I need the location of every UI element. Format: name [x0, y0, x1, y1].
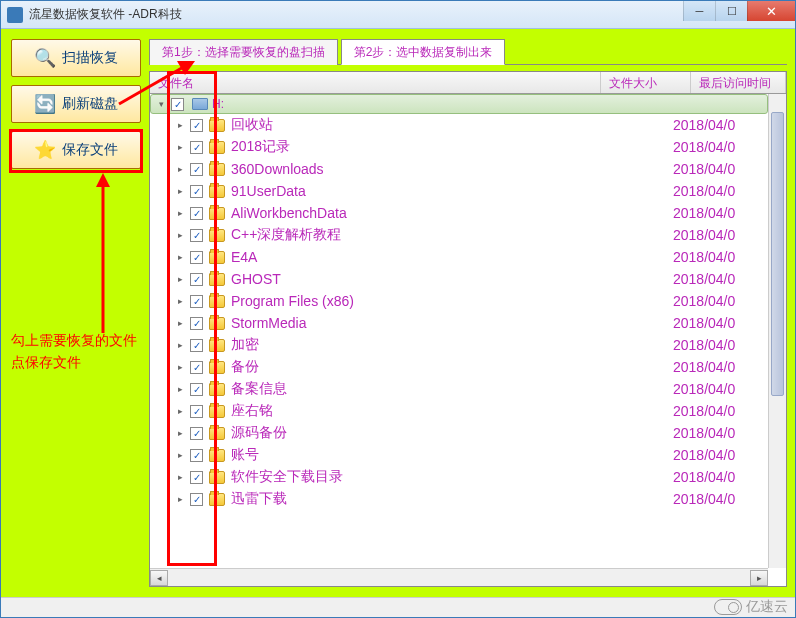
folder-row[interactable]: ▸✓2018记录2018/04/0 [150, 136, 768, 158]
folder-checkbox[interactable]: ✓ [190, 207, 203, 220]
file-tree[interactable]: ▾ ✓ H: ▸✓回收站2018/04/0▸✓2018记录2018/04/0▸✓… [150, 94, 768, 568]
folder-checkbox[interactable]: ✓ [190, 449, 203, 462]
folder-icon [209, 207, 225, 220]
scroll-right-icon[interactable]: ▸ [750, 570, 768, 586]
folder-name: AliWorkbenchData [231, 205, 583, 221]
drive-row[interactable]: ▾ ✓ H: [150, 94, 768, 114]
folder-row[interactable]: ▸✓360Downloads2018/04/0 [150, 158, 768, 180]
refresh-button[interactable]: 🔄 刷新磁盘 [11, 85, 141, 123]
scan-button[interactable]: 🔍 扫描恢复 [11, 39, 141, 77]
folder-row[interactable]: ▸✓C++深度解析教程2018/04/0 [150, 224, 768, 246]
window-title: 流星数据恢复软件 -ADR科技 [29, 6, 182, 23]
folder-row[interactable]: ▸✓GHOST2018/04/0 [150, 268, 768, 290]
folder-date: 2018/04/0 [673, 139, 768, 155]
expand-icon[interactable]: ▸ [174, 163, 186, 175]
drive-checkbox[interactable]: ✓ [171, 98, 184, 111]
col-filesize[interactable]: 文件大小 [601, 72, 691, 93]
expand-icon[interactable]: ▸ [174, 405, 186, 417]
folder-name: E4A [231, 249, 583, 265]
folder-checkbox[interactable]: ✓ [190, 383, 203, 396]
collapse-icon[interactable]: ▾ [155, 98, 167, 110]
expand-icon[interactable]: ▸ [174, 383, 186, 395]
folder-name: 91UserData [231, 183, 583, 199]
expand-icon[interactable]: ▸ [174, 361, 186, 373]
folder-row[interactable]: ▸✓迅雷下载2018/04/0 [150, 488, 768, 510]
maximize-button[interactable]: ☐ [715, 1, 747, 21]
folder-icon [209, 229, 225, 242]
folder-row[interactable]: ▸✓软件安全下载目录2018/04/0 [150, 466, 768, 488]
folder-row[interactable]: ▸✓备案信息2018/04/0 [150, 378, 768, 400]
expand-icon[interactable]: ▸ [174, 493, 186, 505]
folder-row[interactable]: ▸✓源码备份2018/04/0 [150, 422, 768, 444]
folder-checkbox[interactable]: ✓ [190, 185, 203, 198]
folder-row[interactable]: ▸✓座右铭2018/04/0 [150, 400, 768, 422]
minimize-button[interactable]: ─ [683, 1, 715, 21]
expand-icon[interactable]: ▸ [174, 185, 186, 197]
folder-checkbox[interactable]: ✓ [190, 361, 203, 374]
expand-icon[interactable]: ▸ [174, 207, 186, 219]
save-star-icon: ⭐ [34, 139, 56, 161]
folder-checkbox[interactable]: ✓ [190, 251, 203, 264]
folder-checkbox[interactable]: ✓ [190, 295, 203, 308]
folder-name: StormMedia [231, 315, 583, 331]
expand-icon[interactable]: ▸ [174, 251, 186, 263]
expand-icon[interactable]: ▸ [174, 471, 186, 483]
main-panel: 第1步：选择需要恢复的盘扫描 第2步：选中数据复制出来 文件名 文件大小 最后访… [149, 39, 787, 587]
col-lastaccess[interactable]: 最后访问时间 [691, 72, 786, 93]
expand-icon[interactable]: ▸ [174, 119, 186, 131]
folder-name: 备案信息 [231, 380, 583, 398]
folder-row[interactable]: ▸✓E4A2018/04/0 [150, 246, 768, 268]
tab-step1[interactable]: 第1步：选择需要恢复的盘扫描 [149, 39, 338, 65]
scroll-left-icon[interactable]: ◂ [150, 570, 168, 586]
folder-date: 2018/04/0 [673, 425, 768, 441]
expand-icon[interactable]: ▸ [174, 141, 186, 153]
folder-row[interactable]: ▸✓加密2018/04/0 [150, 334, 768, 356]
expand-icon[interactable]: ▸ [174, 295, 186, 307]
folder-checkbox[interactable]: ✓ [190, 163, 203, 176]
folder-icon [209, 119, 225, 132]
folder-checkbox[interactable]: ✓ [190, 273, 203, 286]
expand-icon[interactable]: ▸ [174, 427, 186, 439]
folder-date: 2018/04/0 [673, 403, 768, 419]
folder-checkbox[interactable]: ✓ [190, 141, 203, 154]
folder-icon [209, 471, 225, 484]
content-area: 🔍 扫描恢复 🔄 刷新磁盘 ⭐ 保存文件 勾上需要恢复的文件 点保存文件 第1步… [1, 29, 795, 597]
folder-row[interactable]: ▸✓StormMedia2018/04/0 [150, 312, 768, 334]
scrollbar-thumb[interactable] [771, 112, 784, 396]
folder-name: GHOST [231, 271, 583, 287]
folder-checkbox[interactable]: ✓ [190, 119, 203, 132]
folder-icon [209, 141, 225, 154]
tab-step2[interactable]: 第2步：选中数据复制出来 [341, 39, 506, 65]
expand-icon[interactable]: ▸ [174, 449, 186, 461]
folder-date: 2018/04/0 [673, 381, 768, 397]
folder-checkbox[interactable]: ✓ [190, 405, 203, 418]
titlebar[interactable]: 流星数据恢复软件 -ADR科技 ─ ☐ ✕ [1, 1, 795, 29]
folder-row[interactable]: ▸✓91UserData2018/04/0 [150, 180, 768, 202]
folder-checkbox[interactable]: ✓ [190, 317, 203, 330]
folder-icon [209, 339, 225, 352]
expand-icon[interactable]: ▸ [174, 317, 186, 329]
folder-checkbox[interactable]: ✓ [190, 493, 203, 506]
folder-row[interactable]: ▸✓回收站2018/04/0 [150, 114, 768, 136]
file-panel: 文件名 文件大小 最后访问时间 ▾ ✓ H: ▸✓回收站2018/04/0▸✓2… [149, 71, 787, 587]
close-button[interactable]: ✕ [747, 1, 795, 21]
scrollbar-vertical[interactable] [768, 94, 786, 568]
folder-icon [209, 163, 225, 176]
expand-icon[interactable]: ▸ [174, 339, 186, 351]
folder-checkbox[interactable]: ✓ [190, 339, 203, 352]
folder-checkbox[interactable]: ✓ [190, 229, 203, 242]
folder-name: 加密 [231, 336, 583, 354]
folder-row[interactable]: ▸✓AliWorkbenchData2018/04/0 [150, 202, 768, 224]
folder-checkbox[interactable]: ✓ [190, 427, 203, 440]
folder-row[interactable]: ▸✓账号2018/04/0 [150, 444, 768, 466]
save-button[interactable]: ⭐ 保存文件 [11, 131, 141, 169]
magnifier-icon: 🔍 [34, 47, 56, 69]
expand-icon[interactable]: ▸ [174, 273, 186, 285]
folder-row[interactable]: ▸✓备份2018/04/0 [150, 356, 768, 378]
expand-icon[interactable]: ▸ [174, 229, 186, 241]
column-headers: 文件名 文件大小 最后访问时间 [150, 72, 786, 94]
folder-row[interactable]: ▸✓Program Files (x86)2018/04/0 [150, 290, 768, 312]
scrollbar-horizontal[interactable]: ◂ ▸ [150, 568, 768, 586]
col-filename[interactable]: 文件名 [150, 72, 601, 93]
folder-checkbox[interactable]: ✓ [190, 471, 203, 484]
